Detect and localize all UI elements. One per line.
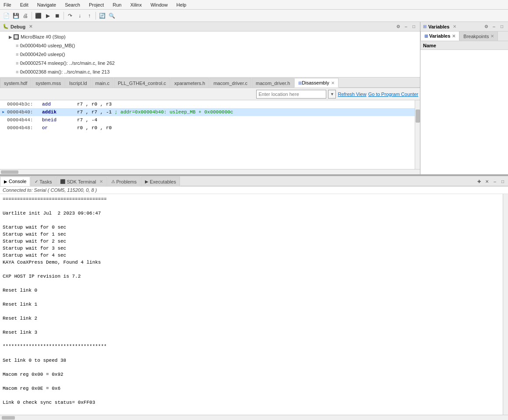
variables-settings-btn[interactable]: ⚙ bbox=[483, 23, 490, 30]
mnemonic-2: bneid bbox=[42, 117, 77, 123]
close-sdk-tab[interactable]: ✕ bbox=[99, 179, 103, 184]
console-line bbox=[3, 203, 500, 210]
disasm-toolbar: ▼ Refresh View Go to Program Counter bbox=[0, 88, 420, 100]
search-btn-toolbar[interactable]: 🔍 bbox=[107, 11, 116, 20]
variables-tab[interactable]: ⊞ Variables ✕ bbox=[420, 31, 459, 41]
menu-item-navigate[interactable]: Navigate bbox=[35, 2, 58, 8]
console-line bbox=[3, 392, 500, 399]
disasm-content[interactable]: 00004b3c: add r7 , r0 , r3 ➤ 00004b40: a… bbox=[0, 100, 415, 169]
menu-item-file[interactable]: File bbox=[2, 2, 13, 8]
console-hscroll[interactable] bbox=[0, 415, 508, 420]
close-var-tab[interactable]: ✕ bbox=[452, 34, 455, 39]
variables-title-bar: ⊞ Variables ✕ ⚙ – □ bbox=[420, 22, 508, 32]
comment-1: ; addr=0x00004b40: usleep_MB + 0x0000000… bbox=[115, 109, 233, 115]
console-hscroll-thumb bbox=[2, 416, 15, 420]
frame-label-0: 0x00004b40 usleep_MB() bbox=[20, 43, 75, 48]
debug-maximize-btn[interactable]: □ bbox=[410, 23, 417, 30]
operands-0: r7 , r0 , r3 bbox=[77, 102, 413, 107]
bottom-tab-executables[interactable]: ▶ Executables bbox=[141, 176, 180, 186]
close-bp-tab[interactable]: ✕ bbox=[490, 34, 494, 39]
refresh-btn[interactable]: 🔄 bbox=[98, 11, 106, 20]
frame-label-3: 0x00002368 main(): ../src/main.c, line 2… bbox=[20, 69, 109, 74]
location-dropdown-btn[interactable]: ▼ bbox=[328, 90, 336, 99]
stop-btn[interactable]: ⏹ bbox=[53, 11, 62, 20]
goto-pc-link[interactable]: Go to Program Counter bbox=[368, 92, 418, 97]
step-return[interactable]: ↑ bbox=[85, 11, 94, 20]
frame-2[interactable]: ≡ 0x00002574 msleep(): ../src/main.c, li… bbox=[0, 59, 420, 67]
frame-1[interactable]: ≡ 0x000042e0 usleep() bbox=[0, 50, 420, 59]
menu-item-search[interactable]: Search bbox=[63, 2, 82, 8]
tab-system-mss[interactable]: system.mss bbox=[32, 78, 65, 88]
menu-item-window[interactable]: Window bbox=[149, 2, 169, 8]
bottom-tab-sdk-terminal[interactable]: ⬛ SDK Terminal ✕ bbox=[56, 176, 106, 186]
console-line: Startup wait for 3 sec bbox=[3, 245, 500, 252]
print-btn[interactable]: 🖨 bbox=[21, 11, 30, 20]
disasm-row-0: 00004b3c: add r7 , r0 , r3 bbox=[0, 100, 415, 108]
console-min-btn[interactable]: – bbox=[491, 178, 498, 185]
frame-icon-0: ≡ bbox=[16, 43, 18, 48]
tab-macom-driver-h[interactable]: macom_driver.h bbox=[252, 78, 294, 88]
tab-lscript[interactable]: lscript.ld bbox=[65, 78, 91, 88]
menu-item-help[interactable]: Help bbox=[175, 2, 188, 8]
cpu-icon: 🔲 bbox=[13, 34, 19, 40]
bottom-tab-problems[interactable]: ⚠ Problems bbox=[107, 176, 141, 186]
frame-icon-1: ≡ bbox=[16, 52, 18, 57]
location-input[interactable] bbox=[256, 90, 326, 99]
frame-0[interactable]: ≡ 0x00004b40 usleep_MB() bbox=[0, 41, 420, 50]
tree-expand-arrow: ▶ bbox=[9, 35, 12, 39]
variables-panel-icons: ⚙ – □ bbox=[483, 23, 505, 30]
close-console-btn[interactable]: ✕ bbox=[483, 178, 490, 185]
console-output[interactable]: ==================================== Uar… bbox=[0, 194, 503, 415]
breakpoints-tab[interactable]: Breakpoints ✕ bbox=[459, 31, 498, 41]
refresh-view-link[interactable]: Refresh View bbox=[338, 92, 366, 97]
menu-item-project[interactable]: Project bbox=[87, 2, 106, 8]
console-line: ************************************ bbox=[3, 343, 500, 350]
bottom-tab-label-exec: Executables bbox=[150, 179, 176, 184]
tab-macom-driver-c[interactable]: macom_driver.c bbox=[209, 78, 251, 88]
menu-item-xilinx[interactable]: Xilinx bbox=[128, 2, 143, 8]
console-line bbox=[3, 280, 500, 287]
bottom-tab-console[interactable]: ▶ Console bbox=[0, 176, 30, 186]
close-debug-icon[interactable]: ✕ bbox=[29, 24, 32, 29]
variables-minimize-btn[interactable]: – bbox=[490, 23, 497, 30]
debug-minimize-btn[interactable]: – bbox=[402, 23, 409, 30]
current-arrow-1: ➤ bbox=[2, 109, 7, 115]
close-variables-icon[interactable]: ✕ bbox=[453, 24, 456, 29]
variables-maximize-btn[interactable]: □ bbox=[498, 23, 505, 30]
mnemonic-3: or bbox=[42, 125, 77, 131]
disasm-vscroll[interactable] bbox=[415, 100, 420, 169]
console-max-btn[interactable]: □ bbox=[499, 178, 506, 185]
console-line bbox=[3, 336, 500, 343]
bottom-tab-tasks[interactable]: ✓ Tasks bbox=[31, 176, 56, 186]
console-line: Macom reg 0x00 = 0x92 bbox=[3, 371, 500, 378]
debug-panel: 🐛 Debug ✕ ⚙ – □ ▶ 🔲 MicroBl bbox=[0, 22, 420, 78]
tab-disassembly[interactable]: ⊞ Disassembly ✕ bbox=[294, 78, 338, 88]
tab-system-hdf[interactable]: system.hdf bbox=[0, 78, 31, 88]
console-line: Reset link 3 bbox=[3, 329, 500, 336]
menu-item-edit[interactable]: Edit bbox=[18, 2, 30, 8]
tree-thread[interactable]: ▶ 🔲 MicroBlaze #0 (Stop) bbox=[0, 32, 420, 41]
tab-pll[interactable]: PLL_GTHE4_control.c bbox=[114, 78, 170, 88]
tab-xparam[interactable]: xparameters.h bbox=[170, 78, 209, 88]
menu-item-run[interactable]: Run bbox=[111, 2, 123, 8]
disasm-hscroll[interactable] bbox=[0, 169, 420, 174]
frame-3[interactable]: ≡ 0x00002368 main(): ../src/main.c, line… bbox=[0, 67, 420, 76]
step-into[interactable]: ↓ bbox=[75, 11, 84, 20]
console-vscroll[interactable] bbox=[503, 194, 508, 415]
run-btn[interactable]: ▶ bbox=[43, 11, 52, 20]
console-line: Set link 0 to speed 38 bbox=[3, 357, 500, 364]
step-over[interactable]: ↷ bbox=[66, 11, 74, 20]
disassembly-panel: system.hdf system.mss lscript.ld main.c … bbox=[0, 78, 420, 174]
console-content-area: ==================================== Uar… bbox=[0, 194, 508, 415]
addr-3: 00004b48: bbox=[7, 125, 42, 131]
disasm-row-2: 00004b44: bneid r7 , -4 bbox=[0, 116, 415, 124]
debug-settings-btn[interactable]: ⚙ bbox=[395, 23, 402, 30]
console-line: Startup wait for 2 sec bbox=[3, 238, 500, 245]
debug-btn[interactable]: ⬛ bbox=[34, 11, 42, 20]
new-console-btn[interactable]: ✚ bbox=[476, 178, 483, 185]
save-btn[interactable]: 💾 bbox=[11, 11, 20, 20]
tab-main-c[interactable]: main.c bbox=[92, 78, 113, 88]
console-line bbox=[3, 266, 500, 273]
close-disassembly-icon[interactable]: ✕ bbox=[331, 81, 335, 85]
new-btn[interactable]: 📄 bbox=[2, 11, 11, 20]
